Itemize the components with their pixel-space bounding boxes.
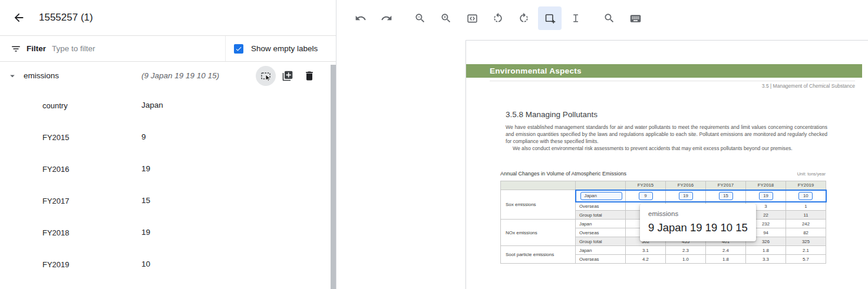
filter-left: Filter — [0, 36, 225, 61]
rotate-right-button[interactable] — [512, 6, 536, 30]
undo-icon — [355, 12, 367, 24]
label-group-actions — [256, 66, 319, 86]
arrow-back-icon — [12, 11, 25, 24]
table-cell: 2.3 — [666, 246, 706, 255]
table-header-row: FY2015 FY2016 FY2017 FY2018 FY2019 — [501, 181, 826, 190]
table-cell: Overseas — [576, 202, 626, 211]
tooltip-value: 9 Japan 19 19 10 15 — [648, 221, 748, 234]
field-key: FY2019 — [42, 260, 70, 269]
document-canvas[interactable]: Environmental Aspects 3.5 | Management o… — [337, 36, 868, 289]
label-list: emissions (9 Japan 19 19 10 15) — [0, 62, 336, 281]
field-key: FY2017 — [42, 197, 70, 205]
field-value: 9 — [141, 132, 146, 141]
table-cell: Soot particle emissions — [501, 246, 576, 264]
table-cell: Overseas — [576, 228, 626, 237]
keyboard-shortcuts-button[interactable] — [623, 6, 647, 30]
document-heading: 3.5.8 Managing Pollutants — [506, 110, 598, 119]
annotation-box[interactable]: 10 — [798, 192, 813, 200]
fit-window-button[interactable] — [460, 6, 484, 30]
table-cell: Sox emissions — [501, 190, 576, 220]
add-instance-button[interactable] — [278, 66, 298, 86]
field-key: FY2015 — [42, 133, 70, 142]
chevron-down-icon[interactable] — [7, 71, 18, 81]
keyboard-icon — [629, 12, 642, 25]
add-region-button[interactable] — [538, 6, 562, 30]
annotation-box[interactable]: 19 — [679, 192, 693, 200]
table-cell: 3.1 — [626, 246, 666, 255]
zoom-out-button[interactable] — [408, 6, 432, 30]
draw-bounding-box-button[interactable] — [256, 66, 276, 86]
annotation-tooltip: emissions 9 Japan 19 19 10 15 — [640, 204, 756, 241]
table-cell: 242 — [786, 220, 826, 228]
table-row-annotated: Sox emissions Japan 9 19 15 19 10 — [501, 190, 826, 202]
table-cell: 1 — [786, 202, 826, 211]
filter-icon — [11, 44, 21, 54]
add-instance-icon — [282, 70, 293, 82]
table-cell: Japan — [576, 190, 626, 202]
add-region-icon — [544, 12, 556, 25]
rotate-left-button[interactable] — [486, 6, 510, 30]
document-section-ref: 3.5 | Management of Chemical Substance — [490, 81, 855, 89]
table-row: Soot particle emissions Japan 3.1 2.3 2.… — [501, 246, 826, 255]
table-cell: 15 — [706, 190, 746, 202]
rotate-left-icon — [492, 12, 504, 24]
table-cell: 82 — [786, 228, 826, 237]
field-value: 19 — [141, 228, 150, 237]
label-field-row[interactable]: FY2017 15 — [0, 185, 336, 217]
table-header-cell — [576, 181, 626, 190]
label-field-row[interactable]: FY2019 10 — [0, 249, 336, 281]
label-group-row-emissions[interactable]: emissions (9 Japan 19 19 10 15) — [0, 62, 336, 90]
table-caption: Annual Changes in Volume of Atmospheric … — [500, 171, 626, 177]
filter-bar: Filter Show empty labels — [0, 36, 336, 62]
document-viewer-panel: Environmental Aspects 3.5 | Management o… — [337, 0, 868, 289]
table-cell: Japan — [576, 246, 626, 255]
search-button[interactable] — [598, 6, 621, 30]
redo-icon — [381, 12, 392, 24]
table-cell: 5.7 — [786, 255, 826, 264]
page-title: 1555257 (1) — [39, 12, 93, 24]
annotation-box[interactable]: 15 — [719, 192, 733, 200]
label-field-row[interactable]: FY2015 9 — [0, 122, 336, 154]
scrollbar[interactable] — [331, 65, 336, 289]
table-header-cell — [501, 181, 576, 190]
label-field-row[interactable]: FY2016 19 — [0, 154, 336, 185]
filter-input[interactable] — [52, 44, 225, 53]
field-key: country — [42, 101, 68, 110]
undo-button[interactable] — [349, 6, 372, 30]
show-empty-labels-checkbox[interactable] — [234, 44, 243, 54]
document-banner: Environmental Aspects — [466, 64, 862, 78]
annotation-box[interactable]: 19 — [759, 192, 773, 200]
table-cell: 1.8 — [706, 255, 746, 264]
table-cell: 1.0 — [666, 255, 706, 264]
table-cell: 2.4 — [706, 246, 746, 255]
fit-window-icon — [466, 12, 478, 25]
rotate-right-icon — [518, 12, 530, 24]
trash-icon — [303, 70, 315, 82]
table-header-cell: FY2015 — [626, 181, 666, 190]
document-paragraphs: We have established management standards… — [506, 124, 827, 152]
zoom-out-icon — [414, 12, 426, 24]
zoom-in-button[interactable] — [434, 6, 458, 30]
show-empty-labels-label: Show empty labels — [251, 44, 318, 53]
redo-button[interactable] — [375, 6, 398, 30]
table-header-cell: FY2017 — [706, 181, 746, 190]
table-cell: 4.2 — [626, 255, 666, 264]
field-value: Japan — [141, 101, 163, 109]
table-cell: 10 — [786, 190, 826, 202]
table-cell: 2.1 — [786, 246, 826, 255]
label-field-row[interactable]: country Japan — [0, 90, 336, 122]
table-unit: Unit: tons/year — [797, 171, 826, 177]
field-key: FY2016 — [42, 165, 70, 174]
back-button[interactable] — [11, 9, 27, 26]
table-cell: 11 — [786, 211, 826, 220]
table-header-cell: FY2016 — [666, 181, 706, 190]
annotation-box[interactable]: Japan — [580, 192, 623, 200]
text-select-button[interactable] — [564, 6, 588, 30]
search-icon — [603, 12, 615, 24]
label-field-row[interactable]: FY2018 19 — [0, 217, 336, 249]
table-cell: 1.8 — [746, 246, 786, 255]
annotation-box[interactable]: 9 — [639, 192, 653, 200]
delete-button[interactable] — [299, 66, 319, 86]
label-group-name: emissions — [24, 71, 59, 80]
zoom-in-icon — [440, 12, 452, 24]
